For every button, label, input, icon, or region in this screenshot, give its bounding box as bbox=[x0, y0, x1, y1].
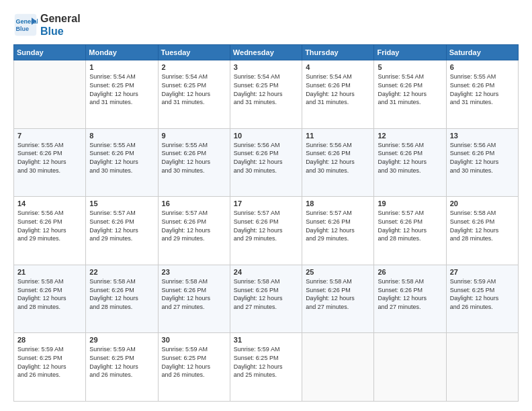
week-row-2: 14Sunrise: 5:56 AM Sunset: 6:26 PM Dayli… bbox=[14, 197, 519, 265]
logo-icon: General Blue bbox=[13, 13, 38, 37]
logo-line2: Blue bbox=[40, 25, 81, 38]
week-row-1: 7Sunrise: 5:55 AM Sunset: 6:26 PM Daylig… bbox=[14, 128, 519, 197]
calendar-cell: 16Sunrise: 5:57 AM Sunset: 6:26 PM Dayli… bbox=[158, 197, 230, 265]
cell-info: Sunrise: 5:59 AM Sunset: 6:25 PM Dayligh… bbox=[17, 345, 82, 379]
calendar-cell: 30Sunrise: 5:59 AM Sunset: 6:25 PM Dayli… bbox=[158, 333, 230, 402]
cell-info: Sunrise: 5:58 AM Sunset: 6:26 PM Dayligh… bbox=[234, 277, 298, 311]
cell-info: Sunrise: 5:58 AM Sunset: 6:26 PM Dayligh… bbox=[17, 277, 82, 311]
day-number: 18 bbox=[306, 199, 370, 208]
day-number: 21 bbox=[17, 268, 82, 276]
calendar-cell: 29Sunrise: 5:59 AM Sunset: 6:25 PM Dayli… bbox=[86, 333, 158, 402]
cell-info: Sunrise: 5:58 AM Sunset: 6:26 PM Dayligh… bbox=[162, 277, 226, 311]
calendar-cell: 26Sunrise: 5:58 AM Sunset: 6:26 PM Dayli… bbox=[374, 265, 446, 333]
calendar-cell: 5Sunrise: 5:54 AM Sunset: 6:26 PM Daylig… bbox=[374, 60, 446, 129]
day-number: 29 bbox=[89, 336, 154, 344]
calendar-table: SundayMondayTuesdayWednesdayThursdayFrid… bbox=[13, 44, 519, 402]
cell-info: Sunrise: 5:55 AM Sunset: 6:26 PM Dayligh… bbox=[162, 141, 226, 175]
cell-info: Sunrise: 5:56 AM Sunset: 6:26 PM Dayligh… bbox=[306, 141, 370, 175]
day-number: 31 bbox=[234, 336, 298, 344]
day-number: 22 bbox=[89, 268, 154, 276]
cell-info: Sunrise: 5:54 AM Sunset: 6:26 PM Dayligh… bbox=[306, 73, 370, 106]
calendar-cell: 15Sunrise: 5:57 AM Sunset: 6:26 PM Dayli… bbox=[86, 197, 158, 265]
calendar-cell: 31Sunrise: 5:59 AM Sunset: 6:25 PM Dayli… bbox=[230, 333, 302, 402]
calendar-cell bbox=[446, 333, 518, 402]
day-number: 1 bbox=[89, 63, 154, 71]
day-number: 11 bbox=[306, 132, 370, 140]
calendar-cell: 9Sunrise: 5:55 AM Sunset: 6:26 PM Daylig… bbox=[158, 128, 230, 197]
svg-text:Blue: Blue bbox=[16, 26, 30, 32]
calendar-cell: 8Sunrise: 5:55 AM Sunset: 6:26 PM Daylig… bbox=[86, 128, 158, 197]
week-row-4: 28Sunrise: 5:59 AM Sunset: 6:25 PM Dayli… bbox=[14, 333, 519, 402]
cell-info: Sunrise: 5:59 AM Sunset: 6:25 PM Dayligh… bbox=[89, 345, 154, 379]
day-number: 7 bbox=[17, 132, 82, 140]
cell-info: Sunrise: 5:56 AM Sunset: 6:26 PM Dayligh… bbox=[378, 141, 442, 175]
calendar-cell: 10Sunrise: 5:56 AM Sunset: 6:26 PM Dayli… bbox=[230, 128, 302, 197]
calendar-cell: 14Sunrise: 5:56 AM Sunset: 6:26 PM Dayli… bbox=[14, 197, 86, 265]
calendar-cell: 24Sunrise: 5:58 AM Sunset: 6:26 PM Dayli… bbox=[230, 265, 302, 333]
calendar-cell: 27Sunrise: 5:59 AM Sunset: 6:25 PM Dayli… bbox=[446, 265, 518, 333]
header: General Blue GeneralBlue bbox=[13, 12, 519, 38]
cell-info: Sunrise: 5:56 AM Sunset: 6:26 PM Dayligh… bbox=[450, 141, 515, 175]
calendar-cell: 17Sunrise: 5:57 AM Sunset: 6:26 PM Dayli… bbox=[230, 197, 302, 265]
col-header-thursday: Thursday bbox=[302, 45, 374, 60]
week-row-3: 21Sunrise: 5:58 AM Sunset: 6:26 PM Dayli… bbox=[14, 265, 519, 333]
cell-info: Sunrise: 5:59 AM Sunset: 6:25 PM Dayligh… bbox=[450, 277, 515, 311]
day-number: 26 bbox=[378, 268, 442, 276]
cell-info: Sunrise: 5:55 AM Sunset: 6:26 PM Dayligh… bbox=[17, 141, 82, 175]
day-number: 28 bbox=[17, 336, 82, 344]
cell-info: Sunrise: 5:55 AM Sunset: 6:26 PM Dayligh… bbox=[89, 141, 154, 175]
cell-info: Sunrise: 5:57 AM Sunset: 6:26 PM Dayligh… bbox=[234, 209, 298, 242]
week-row-0: 1Sunrise: 5:54 AM Sunset: 6:25 PM Daylig… bbox=[14, 60, 519, 129]
day-number: 10 bbox=[234, 132, 298, 140]
calendar-cell: 13Sunrise: 5:56 AM Sunset: 6:26 PM Dayli… bbox=[446, 128, 518, 197]
day-number: 3 bbox=[234, 63, 298, 71]
calendar-cell: 19Sunrise: 5:57 AM Sunset: 6:26 PM Dayli… bbox=[374, 197, 446, 265]
day-number: 5 bbox=[378, 63, 442, 71]
cell-info: Sunrise: 5:54 AM Sunset: 6:26 PM Dayligh… bbox=[378, 73, 442, 106]
calendar-cell: 3Sunrise: 5:54 AM Sunset: 6:25 PM Daylig… bbox=[230, 60, 302, 129]
day-number: 13 bbox=[450, 132, 515, 140]
calendar-cell: 28Sunrise: 5:59 AM Sunset: 6:25 PM Dayli… bbox=[14, 333, 86, 402]
day-number: 2 bbox=[162, 63, 226, 71]
logo: General Blue GeneralBlue bbox=[13, 12, 81, 38]
calendar-cell: 12Sunrise: 5:56 AM Sunset: 6:26 PM Dayli… bbox=[374, 128, 446, 197]
calendar-cell: 6Sunrise: 5:55 AM Sunset: 6:26 PM Daylig… bbox=[446, 60, 518, 129]
day-number: 14 bbox=[17, 199, 82, 208]
cell-info: Sunrise: 5:58 AM Sunset: 6:26 PM Dayligh… bbox=[378, 277, 442, 311]
day-number: 19 bbox=[378, 199, 442, 208]
calendar-cell: 2Sunrise: 5:54 AM Sunset: 6:25 PM Daylig… bbox=[158, 60, 230, 129]
logo-line1: General bbox=[40, 12, 81, 25]
calendar-cell: 1Sunrise: 5:54 AM Sunset: 6:25 PM Daylig… bbox=[86, 60, 158, 129]
day-number: 15 bbox=[89, 199, 154, 208]
cell-info: Sunrise: 5:57 AM Sunset: 6:26 PM Dayligh… bbox=[89, 209, 154, 242]
cell-info: Sunrise: 5:56 AM Sunset: 6:26 PM Dayligh… bbox=[234, 141, 298, 175]
day-number: 17 bbox=[234, 199, 298, 208]
calendar-cell: 22Sunrise: 5:58 AM Sunset: 6:26 PM Dayli… bbox=[86, 265, 158, 333]
cell-info: Sunrise: 5:56 AM Sunset: 6:26 PM Dayligh… bbox=[17, 209, 82, 242]
col-header-monday: Monday bbox=[86, 45, 158, 60]
calendar-cell: 4Sunrise: 5:54 AM Sunset: 6:26 PM Daylig… bbox=[302, 60, 374, 129]
cell-info: Sunrise: 5:58 AM Sunset: 6:26 PM Dayligh… bbox=[306, 277, 370, 311]
calendar-cell bbox=[302, 333, 374, 402]
logo-text: GeneralBlue bbox=[40, 12, 81, 38]
cell-info: Sunrise: 5:57 AM Sunset: 6:26 PM Dayligh… bbox=[306, 209, 370, 242]
calendar-header-row: SundayMondayTuesdayWednesdayThursdayFrid… bbox=[14, 45, 519, 60]
cell-info: Sunrise: 5:55 AM Sunset: 6:26 PM Dayligh… bbox=[450, 73, 515, 106]
day-number: 9 bbox=[162, 132, 226, 140]
calendar-cell bbox=[14, 60, 86, 129]
day-number: 25 bbox=[306, 268, 370, 276]
day-number: 27 bbox=[450, 268, 515, 276]
cell-info: Sunrise: 5:59 AM Sunset: 6:25 PM Dayligh… bbox=[162, 345, 226, 379]
cell-info: Sunrise: 5:54 AM Sunset: 6:25 PM Dayligh… bbox=[162, 73, 226, 106]
cell-info: Sunrise: 5:59 AM Sunset: 6:25 PM Dayligh… bbox=[234, 345, 298, 379]
day-number: 23 bbox=[162, 268, 226, 276]
cell-info: Sunrise: 5:54 AM Sunset: 6:25 PM Dayligh… bbox=[89, 73, 154, 106]
day-number: 8 bbox=[89, 132, 154, 140]
calendar-cell: 11Sunrise: 5:56 AM Sunset: 6:26 PM Dayli… bbox=[302, 128, 374, 197]
calendar-cell bbox=[374, 333, 446, 402]
day-number: 30 bbox=[162, 336, 226, 344]
day-number: 20 bbox=[450, 199, 515, 208]
col-header-tuesday: Tuesday bbox=[158, 45, 230, 60]
cell-info: Sunrise: 5:58 AM Sunset: 6:26 PM Dayligh… bbox=[89, 277, 154, 311]
col-header-sunday: Sunday bbox=[14, 45, 86, 60]
